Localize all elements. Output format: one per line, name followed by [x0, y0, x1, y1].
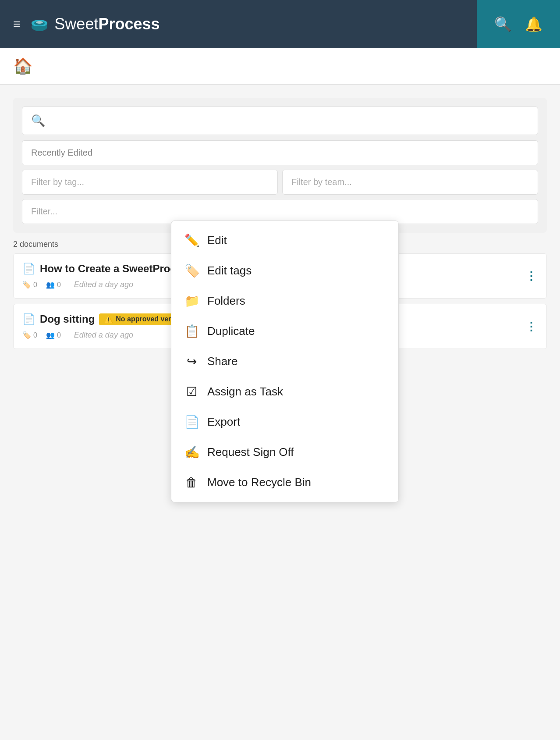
- edit-icon: ✏️: [184, 233, 198, 248]
- home-icon[interactable]: 🏠: [13, 57, 33, 75]
- warning-icon: ⚠️: [104, 315, 113, 324]
- menu-item-edit[interactable]: ✏️ Edit: [171, 225, 398, 256]
- search-icon: 🔍: [31, 114, 45, 128]
- context-menu: ✏️ Edit 🏷️ Edit tags 📁 Folders 📋 Duplica…: [171, 221, 399, 502]
- menu-label-sign-off: Request Sign Off: [207, 445, 294, 459]
- tag-icon-1: 🏷️: [22, 281, 31, 289]
- menu-label-recycle: Move to Recycle Bin: [207, 476, 311, 489]
- team-icon-2: 👥: [46, 331, 55, 339]
- hamburger-icon[interactable]: ≡: [13, 18, 20, 30]
- doc-edited-1: Edited a day ago: [74, 280, 133, 289]
- recently-edited-label: Recently Edited: [31, 148, 92, 157]
- duplicate-icon: 📋: [184, 324, 198, 338]
- team-count-2: 0: [57, 331, 61, 339]
- menu-label-folders: Folders: [207, 294, 245, 308]
- menu-item-folders[interactable]: 📁 Folders: [171, 286, 398, 316]
- logo-area: SweetProcess: [29, 14, 159, 35]
- recycle-icon: 🗑: [184, 475, 198, 490]
- menu-label-edit: Edit: [207, 234, 227, 247]
- menu-item-export[interactable]: 📄 Export: [171, 407, 398, 437]
- task-icon: ☑: [184, 384, 198, 399]
- main-content: 🔍 Recently Edited Filter by tag... Filte…: [0, 85, 560, 367]
- menu-item-sign-off[interactable]: ✍ Request Sign Off: [171, 437, 398, 467]
- tags-count-2: 0: [33, 331, 37, 339]
- share-icon: ↪: [184, 354, 198, 369]
- doc-tags-2: 🏷️ 0: [22, 331, 37, 339]
- menu-item-duplicate[interactable]: 📋 Duplicate: [171, 316, 398, 346]
- logo-process: Process: [98, 15, 159, 33]
- tag-icon: 🏷️: [184, 263, 198, 278]
- menu-label-duplicate: Duplicate: [207, 324, 255, 338]
- logo-text: SweetProcess: [54, 15, 159, 33]
- svg-point-3: [36, 21, 43, 24]
- tags-count-1: 0: [33, 281, 37, 289]
- export-icon: 📄: [184, 415, 198, 429]
- file-icon-2: 📄: [22, 313, 35, 325]
- doc-team-2: 👥 0: [46, 331, 61, 339]
- search-card: 🔍 Recently Edited Filter by tag... Filte…: [13, 98, 547, 233]
- signoff-icon: ✍: [184, 445, 198, 459]
- tag-icon-2: 🏷️: [22, 331, 31, 339]
- search-input[interactable]: [51, 115, 529, 127]
- logo-sweet: Sweet: [54, 15, 98, 33]
- team-count-1: 0: [57, 281, 61, 289]
- menu-item-share[interactable]: ↪ Share: [171, 346, 398, 377]
- file-icon-1: 📄: [22, 263, 35, 275]
- menu-item-edit-tags[interactable]: 🏷️ Edit tags: [171, 256, 398, 286]
- search-header-icon[interactable]: 🔍: [494, 16, 512, 32]
- doc-edited-2: Edited a day ago: [74, 331, 133, 340]
- filter-team-box[interactable]: Filter by team...: [282, 170, 538, 195]
- doc-title-text-2: Dog sitting: [40, 313, 95, 325]
- menu-label-edit-tags: Edit tags: [207, 264, 252, 278]
- menu-item-recycle[interactable]: 🗑 Move to Recycle Bin: [171, 467, 398, 498]
- folder-icon: 📁: [184, 294, 198, 308]
- menu-label-export: Export: [207, 415, 240, 429]
- breadcrumb-area: 🏠: [0, 48, 560, 85]
- app-header: ≡ SweetProcess 🔍 🔔: [0, 0, 560, 48]
- recently-edited-box[interactable]: Recently Edited: [22, 140, 538, 165]
- filter-tag-box[interactable]: Filter by tag...: [22, 170, 278, 195]
- header-right: 🔍 🔔: [477, 0, 560, 48]
- doc-more-1[interactable]: ⋮: [525, 269, 538, 283]
- team-icon-1: 👥: [46, 281, 55, 289]
- doc-team-1: 👥 0: [46, 281, 61, 289]
- doc-more-2[interactable]: ⋮: [525, 320, 538, 333]
- bell-icon[interactable]: 🔔: [525, 16, 542, 32]
- menu-item-assign-task[interactable]: ☑ Assign as Task: [171, 377, 398, 407]
- logo-icon: [29, 14, 50, 35]
- doc-tags-1: 🏷️ 0: [22, 281, 37, 289]
- header-left: ≡ SweetProcess: [13, 14, 477, 35]
- filter-row: Filter by tag... Filter by team...: [22, 170, 538, 195]
- menu-label-assign-task: Assign as Task: [207, 385, 283, 398]
- search-box[interactable]: 🔍: [22, 107, 538, 135]
- menu-label-share: Share: [207, 355, 237, 368]
